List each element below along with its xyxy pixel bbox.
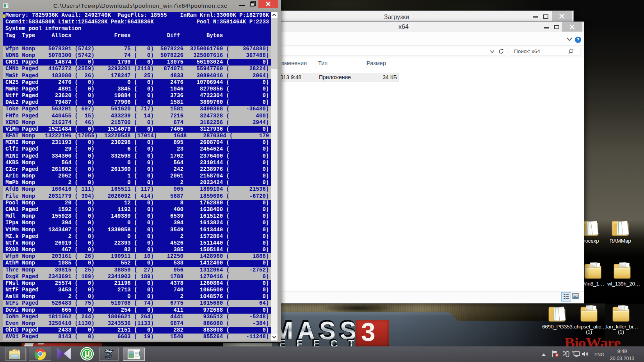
svg-text:µ: µ — [84, 348, 90, 358]
